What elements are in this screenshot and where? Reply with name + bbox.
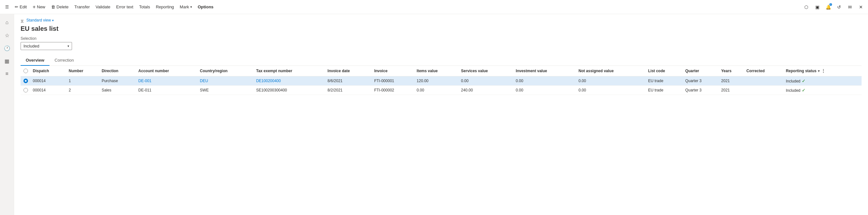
filter-icon: ⧖ — [21, 18, 24, 24]
table-row[interactable]: 0000141PurchaseDE-001DEUDE1002004008/6/2… — [21, 76, 862, 86]
row-1-radio[interactable] — [24, 88, 28, 93]
row-1-number: 2 — [67, 86, 100, 95]
toolbar-right-actions: ⬡ ▣ 🔔 0 ↺ ✉ ✕ — [802, 3, 865, 11]
row-0-invoice-date: 8/6/2021 — [326, 76, 372, 86]
options-button[interactable]: Options — [195, 3, 216, 10]
row-0-country-region[interactable]: DEU — [198, 76, 254, 86]
row-1-invoice-date: 8/2/2021 — [326, 86, 372, 95]
row-0-checkmark-icon: ✓ — [801, 78, 806, 83]
row-0-items-value: 120.00 — [415, 76, 459, 86]
row-1-not-assigned-value: 0.00 — [577, 86, 646, 95]
row-0-account-number[interactable]: DE-001 — [136, 76, 198, 86]
col-quarter: Quarter — [683, 66, 719, 76]
row-1-dispatch: 000014 — [31, 86, 67, 95]
diamond-icon-button[interactable]: ⬡ — [802, 3, 811, 11]
row-1-items-value: 0.00 — [415, 86, 459, 95]
row-1-reporting-status: Included ✓ — [784, 86, 862, 95]
sidebar-grid-button[interactable]: ▦ — [1, 55, 13, 67]
row-1-direction: Sales — [100, 86, 136, 95]
sidebar-recent-button[interactable]: 🕐 — [1, 42, 13, 54]
main-content: ⧖ Standard view ▾ EU sales list Selectio… — [14, 14, 868, 215]
validate-button[interactable]: Validate — [93, 3, 113, 10]
tab-overview[interactable]: Overview — [21, 55, 50, 66]
col-invoice-date: Invoice date — [326, 66, 372, 76]
row-1-account-number: DE-011 — [136, 86, 198, 95]
notification-button[interactable]: 🔔 0 — [824, 3, 833, 11]
message-button[interactable]: ✉ — [845, 3, 855, 11]
column-options-icon[interactable]: ⋮ — [821, 68, 826, 73]
layout: ⌂ ☆ 🕐 ▦ ≡ ⧖ Standard view ▾ EU sales lis… — [0, 14, 868, 215]
delete-icon: 🗑 — [51, 4, 55, 9]
menu-button[interactable]: ☰ — [3, 3, 11, 10]
refresh-button[interactable]: ↺ — [835, 3, 843, 11]
table-body: 0000141PurchaseDE-001DEUDE1002004008/6/2… — [21, 76, 862, 95]
row-1-list-code: EU trade — [646, 86, 683, 95]
delete-button[interactable]: 🗑 Delete — [49, 3, 71, 10]
col-tax-exempt: Tax exempt number — [254, 66, 326, 76]
table-header-row: Dispatch Number Direction Account number… — [21, 66, 862, 76]
new-icon: + — [32, 4, 35, 10]
row-1-invoice: FTI-000002 — [372, 86, 415, 95]
row-0-corrected — [745, 76, 784, 86]
row-0-radio[interactable] — [24, 79, 28, 83]
sidebar-favorites-button[interactable]: ☆ — [1, 30, 13, 41]
row-0-quarter: Quarter 3 — [683, 76, 719, 86]
col-not-assigned-value: Not assigned value — [577, 66, 646, 76]
row-0-investment-value: 0.00 — [514, 76, 577, 86]
edit-icon: ✏ — [15, 4, 18, 9]
tab-correction[interactable]: Correction — [50, 55, 79, 66]
menu-icon: ☰ — [5, 4, 9, 9]
square-icon-button[interactable]: ▣ — [813, 3, 822, 11]
sidebar-home-button[interactable]: ⌂ — [1, 17, 13, 28]
reporting-button[interactable]: Reporting — [153, 3, 177, 10]
col-number: Number — [67, 66, 100, 76]
edit-button[interactable]: ✏ Edit — [12, 3, 29, 10]
col-reporting-status: Reporting status ▾ ⋮ — [784, 66, 862, 76]
col-dispatch: Dispatch — [31, 66, 67, 76]
page-title: EU sales list — [21, 25, 862, 32]
reporting-status-filter-icon[interactable]: ▾ — [818, 69, 820, 73]
row-1-services-value: 240.00 — [459, 86, 514, 95]
table-row[interactable]: 0000142SalesDE-011SWESE1002003004008/2/2… — [21, 86, 862, 95]
row-0-direction: Purchase — [100, 76, 136, 86]
selection-chevron-icon: ▾ — [67, 44, 69, 48]
row-0-reporting-status: Included ✓ — [784, 76, 862, 86]
col-investment-value: Investment value — [514, 66, 577, 76]
row-0-number: 1 — [67, 76, 100, 86]
col-years: Years — [719, 66, 745, 76]
row-0-invoice: FTI-000001 — [372, 76, 415, 86]
col-account-number: Account number — [136, 66, 198, 76]
col-invoice: Invoice — [372, 66, 415, 76]
selection-dropdown[interactable]: Included ▾ — [21, 42, 72, 50]
row-1-quarter: Quarter 3 — [683, 86, 719, 95]
toolbar: ☰ ✏ Edit + New 🗑 Delete Transfer Validat… — [0, 0, 868, 14]
row-1-corrected — [745, 86, 784, 95]
sidebar-menu-button[interactable]: ≡ — [1, 68, 13, 80]
row-1-country-region: SWE — [198, 86, 254, 95]
col-list-code: List code — [646, 66, 683, 76]
col-items-value: Items value — [415, 66, 459, 76]
mark-button[interactable]: Mark ▾ — [177, 3, 194, 10]
new-button[interactable]: + New — [30, 3, 48, 11]
col-country-region: Country/region — [198, 66, 254, 76]
view-selector[interactable]: Standard view ▾ — [26, 18, 54, 23]
error-text-button[interactable]: Error text — [114, 3, 136, 10]
row-0-list-code: EU trade — [646, 76, 683, 86]
transfer-button[interactable]: Transfer — [72, 3, 92, 10]
row-1-years: 2021 — [719, 86, 745, 95]
data-table-container: Dispatch Number Direction Account number… — [21, 66, 862, 95]
data-table: Dispatch Number Direction Account number… — [21, 66, 862, 95]
col-corrected: Corrected — [745, 66, 784, 76]
col-select — [21, 66, 31, 76]
header-radio[interactable] — [24, 69, 28, 73]
close-button[interactable]: ✕ — [857, 3, 865, 11]
mark-chevron-icon: ▾ — [190, 5, 192, 9]
row-0-tax-exempt[interactable]: DE100200400 — [254, 76, 326, 86]
row-1-radio-cell — [21, 86, 31, 95]
row-0-dispatch: 000014 — [31, 76, 67, 86]
row-0-not-assigned-value: 0.00 — [577, 76, 646, 86]
totals-button[interactable]: Totals — [136, 3, 153, 10]
selection-label: Selection — [21, 36, 862, 41]
row-1-checkmark-icon: ✓ — [801, 87, 806, 93]
row-1-tax-exempt: SE100200300400 — [254, 86, 326, 95]
